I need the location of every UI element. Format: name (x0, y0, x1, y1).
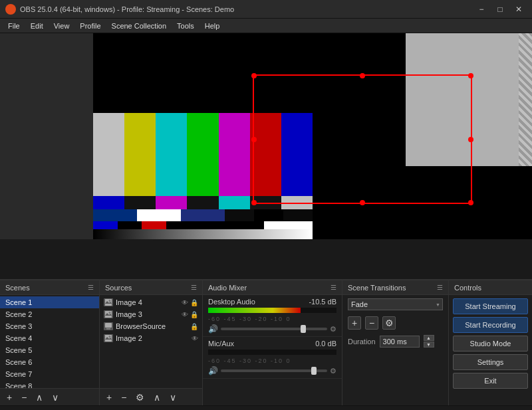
transition-add-button[interactable]: + (348, 316, 361, 330)
menu-file[interactable]: File (3, 21, 25, 31)
sources-menu-icon[interactable]: ☰ (191, 284, 197, 291)
scene-remove-button[interactable]: − (19, 391, 29, 404)
meter-scale: -60 -45 -30 -20 -10 0 (208, 316, 336, 322)
handle-bm[interactable] (360, 200, 365, 205)
start-streaming-button[interactable]: Start Streaming (453, 298, 528, 314)
audio-menu-icon[interactable]: ☰ (331, 284, 336, 291)
scene-item-6[interactable]: Scene 6 (0, 356, 99, 368)
transition-settings-button[interactable]: ⚙ (382, 316, 396, 330)
scene-up-button[interactable]: ∧ (33, 391, 45, 404)
start-recording-button[interactable]: Start Recording (453, 317, 528, 333)
audio-track-mic-header: Mic/Aux 0.0 dB (208, 340, 336, 348)
menu-profile[interactable]: Profile (74, 21, 106, 31)
menu-scene-collection[interactable]: Scene Collection (106, 21, 172, 31)
mic-fader-row: 🔊 ⚙ (208, 366, 336, 375)
scenes-menu-icon[interactable]: ☰ (88, 284, 94, 291)
color-bars-top (93, 113, 313, 196)
duration-decrement-button[interactable]: ▼ (424, 342, 434, 348)
source-eye-image4[interactable]: 👁 (182, 299, 188, 306)
scene-item-3[interactable]: Scene 3 (0, 320, 99, 332)
meter-scale-mic: -60 -45 -30 -20 -10 0 (208, 358, 336, 364)
handle-tm[interactable] (360, 73, 365, 78)
source-name-image2: Image 2 (116, 334, 142, 342)
source-up-button[interactable]: ∧ (151, 391, 163, 404)
source-item-browser[interactable]: BrowserSource 🔒 (100, 320, 202, 332)
bar-red (250, 113, 281, 196)
studio-mode-button[interactable]: Studio Mode (453, 336, 528, 352)
close-button[interactable]: ✕ (511, 2, 527, 17)
desktop-audio-db: -10.5 dB (309, 298, 336, 306)
svg-point-10 (109, 336, 111, 338)
source-item-image4[interactable]: Image 4 👁 🔒 (100, 296, 202, 308)
source-lock-browser[interactable]: 🔒 (190, 323, 198, 330)
desktop-audio-meter (208, 308, 336, 313)
duration-increment-button[interactable]: ▲ (424, 335, 434, 341)
source-add-button[interactable]: + (104, 391, 114, 404)
bar-gray (93, 113, 124, 196)
menu-view[interactable]: View (49, 21, 75, 31)
desktop-fader[interactable] (221, 328, 327, 330)
minimize-button[interactable]: − (473, 2, 489, 17)
source-item-image2[interactable]: Image 2 👁 (100, 332, 202, 344)
source-down-button[interactable]: ∨ (167, 391, 179, 404)
source-eye-image3[interactable]: 👁 (182, 311, 188, 318)
desktop-fader-thumb[interactable] (301, 325, 306, 333)
scene-item-1[interactable]: Scene 1 (0, 296, 99, 308)
audio-track-desktop: Desktop Audio -10.5 dB -60 -45 -30 -20 -… (203, 295, 342, 337)
menu-edit[interactable]: Edit (25, 21, 49, 31)
scene-item-5[interactable]: Scene 5 (0, 344, 99, 356)
source-actions-image2: 👁 (192, 335, 198, 342)
bar-blue (281, 113, 313, 196)
scene-down-button[interactable]: ∨ (49, 391, 61, 404)
mic-aux-db: 0.0 dB (315, 340, 336, 348)
duration-row: Duration ▲ ▼ (342, 332, 448, 350)
settings-button[interactable]: Settings (453, 354, 528, 370)
scene-item-2[interactable]: Scene 2 (0, 308, 99, 320)
scene-add-button[interactable]: + (4, 391, 15, 404)
source-actions-browser: 🔒 (190, 323, 198, 330)
bottom-panels: Scenes ☰ Scene 1 Scene 2 Scene 3 Scene 4… (0, 279, 532, 405)
audio-header: Audio Mixer ☰ (203, 280, 342, 295)
source-name-image4: Image 4 (116, 298, 142, 306)
color-bars (93, 113, 313, 223)
mic-mute-button[interactable]: 🔊 (208, 366, 218, 375)
exit-button[interactable]: Exit (453, 373, 528, 389)
source-item-image3[interactable]: Image 3 👁 🔒 (100, 308, 202, 320)
desktop-audio-settings-button[interactable]: ⚙ (330, 325, 336, 334)
transition-type-wrapper: Fade Cut Swipe Slide Stinger Luma Wipe (348, 298, 443, 310)
source-lock-image3[interactable]: 🔒 (190, 311, 198, 318)
sources-title: Sources (105, 284, 132, 292)
scenes-title: Scenes (5, 284, 30, 292)
source-eye-image2[interactable]: 👁 (192, 335, 198, 342)
menu-help[interactable]: Help (200, 21, 225, 31)
mic-audio-settings-button[interactable]: ⚙ (330, 367, 336, 375)
maximize-button[interactable]: □ (492, 2, 508, 17)
transitions-menu-icon[interactable]: ☰ (437, 284, 443, 291)
source-lock-image4[interactable]: 🔒 (190, 299, 198, 306)
desktop-mute-button[interactable]: 🔊 (208, 324, 218, 334)
duration-label: Duration (348, 338, 376, 346)
preview-gray-overlay (406, 33, 532, 166)
scene-item-4[interactable]: Scene 4 (0, 332, 99, 344)
menu-tools[interactable]: Tools (172, 21, 200, 31)
svg-rect-7 (106, 328, 110, 330)
app-icon (5, 4, 16, 15)
source-icon-browser (104, 322, 113, 330)
desktop-fader-icons: 🔊 (208, 324, 218, 334)
source-remove-button[interactable]: − (118, 391, 129, 404)
duration-input[interactable] (380, 336, 420, 348)
menu-bar: File Edit View Profile Scene Collection … (0, 19, 532, 33)
scene-item-7[interactable]: Scene 7 (0, 368, 99, 380)
handle-br[interactable] (468, 200, 473, 205)
transitions-title: Scene Transitions (348, 284, 406, 292)
audio-track-mic: Mic/Aux 0.0 dB -60 -45 -30 -20 -10 0 🔊 ⚙ (203, 337, 342, 379)
transition-remove-button[interactable]: − (365, 316, 378, 330)
audio-track-desktop-header: Desktop Audio -10.5 dB (208, 298, 336, 306)
mic-fader[interactable] (221, 369, 327, 372)
scene-item-8[interactable]: Scene 8 (0, 380, 99, 388)
mic-fader-thumb[interactable] (311, 367, 317, 375)
source-settings-button[interactable]: ⚙ (133, 391, 147, 404)
transitions-header: Scene Transitions ☰ (342, 280, 448, 295)
transition-type-select[interactable]: Fade Cut Swipe Slide Stinger Luma Wipe (348, 298, 443, 310)
handle-tl[interactable] (251, 73, 257, 78)
